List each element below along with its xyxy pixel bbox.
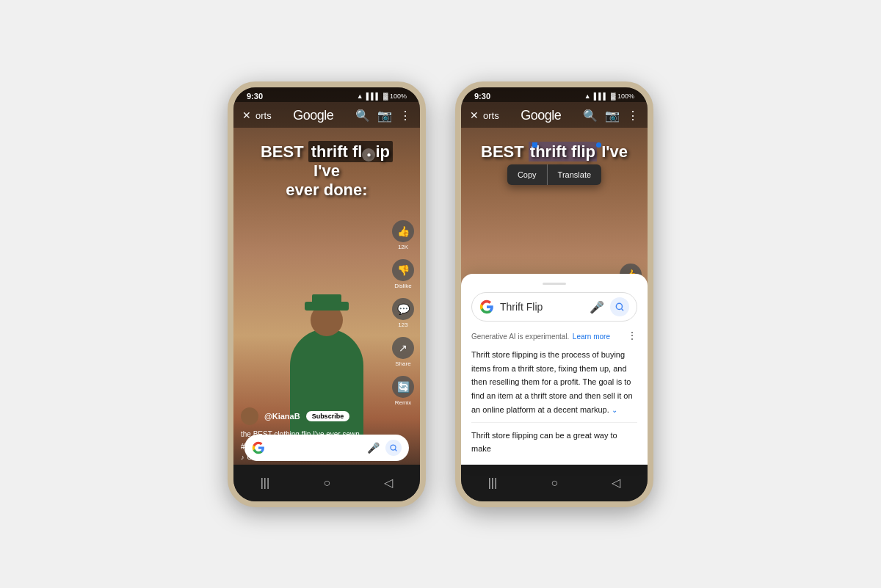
overlay-line2: ever done: <box>248 181 405 200</box>
sheet-content-paragraph1: Thrift store flipping is the process of … <box>471 350 633 413</box>
overlay-line1: BEST thrift fl●ip I've <box>248 142 405 181</box>
highlighted-text: thrift flip <box>529 142 597 161</box>
recent-apps-gesture-2[interactable]: ||| <box>488 476 497 490</box>
close-button-2[interactable]: ✕ <box>470 109 479 121</box>
video-text-overlay: BEST thrift fl●ip I've ever done: <box>233 142 420 200</box>
more-options-icon[interactable]: ⋮ <box>399 109 411 123</box>
svg-point-0 <box>391 445 396 450</box>
sheet-drag-handle[interactable] <box>543 283 566 285</box>
status-time: 9:30 <box>247 92 263 101</box>
camera-icon[interactable]: 📷 <box>377 109 392 123</box>
ai-notice-text: Generative AI is experimental. <box>471 333 569 341</box>
svg-point-1 <box>616 304 622 310</box>
battery-icon: ▓ 100% <box>383 92 407 100</box>
status-icons: ▲ ▌▌▌ ▓ 100% <box>357 92 407 100</box>
sheet-mic-icon[interactable]: 🎤 <box>590 300 604 314</box>
recent-apps-gesture[interactable]: ||| <box>261 476 269 490</box>
ai-notice-text-group: Generative AI is experimental. Learn mor… <box>471 329 610 342</box>
shorts-label-2: orts <box>483 110 499 121</box>
lens-icon[interactable] <box>385 440 402 456</box>
sheet-search-query: Thrift Flip <box>500 301 584 313</box>
share-icon[interactable]: ↗ <box>392 337 414 359</box>
home-gesture[interactable]: ○ <box>323 476 330 490</box>
music-note-icon: ♪ <box>241 454 244 461</box>
sheet-lens-icon[interactable] <box>610 297 629 316</box>
top-nav-left-2: ✕ orts <box>470 109 499 121</box>
share-action[interactable]: ↗ Share <box>392 337 414 367</box>
grad-cap <box>305 302 349 311</box>
dislike-label: Dislike <box>394 283 412 289</box>
home-gesture-2[interactable]: ○ <box>551 476 558 490</box>
back-gesture[interactable]: ◁ <box>384 476 393 490</box>
overlay-line1-2: BEST thrift flip I've <box>476 142 633 161</box>
overlay-text: BEST thrift fl●ip I've ever done: <box>233 142 420 200</box>
remix-label: Remix <box>395 399 412 406</box>
search-input[interactable] <box>271 435 361 461</box>
share-label: Share <box>395 360 410 367</box>
bottom-sheet: Thrift Flip 🎤 Generative AI is experimen… <box>461 274 648 464</box>
ai-notice-row: Generative AI is experimental. Learn mor… <box>471 329 637 342</box>
signal-icon: ▌▌▌ <box>366 92 380 100</box>
phone-1: 9:30 ▲ ▌▌▌ ▓ 100% ✕ orts Google 🔍 📷 ⋮ <box>228 81 426 507</box>
sheet-second-paragraph: Thrift store flipping can be a great way… <box>471 422 637 455</box>
selection-dot-right <box>596 142 601 148</box>
status-bar: 9:30 ▲ ▌▌▌ ▓ 100% <box>233 87 420 102</box>
phone-1-frame: 9:30 ▲ ▌▌▌ ▓ 100% ✕ orts Google 🔍 📷 ⋮ <box>228 81 426 507</box>
wifi-icon: ▲ <box>357 92 363 100</box>
back-gesture-2[interactable]: ◁ <box>612 476 620 490</box>
wifi-icon-2: ▲ <box>584 92 591 100</box>
selected-text: thrift fl●ip <box>308 141 393 162</box>
phone-2-inner: 9:30 ▲ ▌▌▌ ▓ 100% ✕ orts Google 🔍 📷 ⋮ <box>461 87 648 501</box>
context-menu: Copy Translate <box>507 164 601 185</box>
google-logo: Google <box>293 108 333 123</box>
search-icon-2[interactable]: 🔍 <box>583 109 598 123</box>
channel-name[interactable]: @KianaB <box>264 412 300 421</box>
comment-count: 123 <box>398 322 407 328</box>
status-time-2: 9:30 <box>474 92 490 101</box>
sheet-search-row[interactable]: Thrift Flip 🎤 <box>471 292 637 322</box>
mic-icon[interactable]: 🎤 <box>367 442 380 454</box>
close-button[interactable]: ✕ <box>242 109 251 121</box>
more-options-icon-2[interactable]: ⋮ <box>627 109 639 123</box>
google-g-logo <box>252 441 265 454</box>
like-icon[interactable]: 👍 <box>392 220 414 242</box>
phone-1-inner: 9:30 ▲ ▌▌▌ ▓ 100% ✕ orts Google 🔍 📷 ⋮ <box>233 87 420 501</box>
bottom-navigation: ||| ○ ◁ <box>233 465 420 501</box>
camera-icon-2[interactable]: 📷 <box>605 109 620 123</box>
comment-icon[interactable]: 💬 <box>392 298 414 320</box>
phone-2: 9:30 ▲ ▌▌▌ ▓ 100% ✕ orts Google 🔍 📷 ⋮ <box>455 81 653 507</box>
shorts-label: orts <box>255 110 272 121</box>
google-g-logo-sheet <box>479 300 494 314</box>
top-nav-right: 🔍 📷 ⋮ <box>355 109 411 123</box>
battery-icon-2: ▓ 100% <box>611 92 634 100</box>
copy-menu-item[interactable]: Copy <box>507 164 547 185</box>
top-nav-right-2: 🔍 📷 ⋮ <box>583 109 639 123</box>
dislike-icon[interactable]: 👎 <box>392 259 414 281</box>
google-logo-2: Google <box>521 108 561 123</box>
status-icons-2: ▲ ▌▌▌ ▓ 100% <box>584 92 634 100</box>
sheet-content: Thrift store flipping is the process of … <box>471 348 637 416</box>
comment-action[interactable]: 💬 123 <box>392 298 414 328</box>
channel-avatar <box>241 407 258 425</box>
translate-menu-item[interactable]: Translate <box>548 164 601 185</box>
sheet-content-paragraph2: Thrift store flipping can be a great way… <box>471 431 617 453</box>
channel-row: @KianaB Subscribe <box>241 407 383 425</box>
bottom-navigation-2: ||| ○ ◁ <box>461 465 648 501</box>
ai-learn-more-link[interactable]: Learn more <box>573 333 610 341</box>
remix-action[interactable]: 🔄 Remix <box>392 376 414 406</box>
google-search-bar[interactable]: 🎤 <box>244 435 409 461</box>
like-count: 12K <box>398 244 408 250</box>
remix-icon[interactable]: 🔄 <box>392 376 414 398</box>
signal-icon-2: ▌▌▌ <box>594 92 608 100</box>
search-icon[interactable]: 🔍 <box>355 109 370 123</box>
phone-2-frame: 9:30 ▲ ▌▌▌ ▓ 100% ✕ orts Google 🔍 📷 ⋮ <box>455 81 653 507</box>
status-bar-2: 9:30 ▲ ▌▌▌ ▓ 100% <box>461 87 648 102</box>
selection-dot-left <box>532 142 537 148</box>
like-action[interactable]: 👍 12K <box>392 220 414 250</box>
dislike-action[interactable]: 👎 Dislike <box>392 259 414 289</box>
ai-more-button[interactable]: ⋮ <box>627 330 637 341</box>
video-actions: 👍 12K 👎 Dislike 💬 123 ↗ Share 🔄 Re <box>392 220 414 406</box>
expand-chevron[interactable]: ⌄ <box>612 406 617 414</box>
subscribe-button[interactable]: Subscribe <box>306 411 350 421</box>
top-nav-left: ✕ orts <box>242 109 272 121</box>
